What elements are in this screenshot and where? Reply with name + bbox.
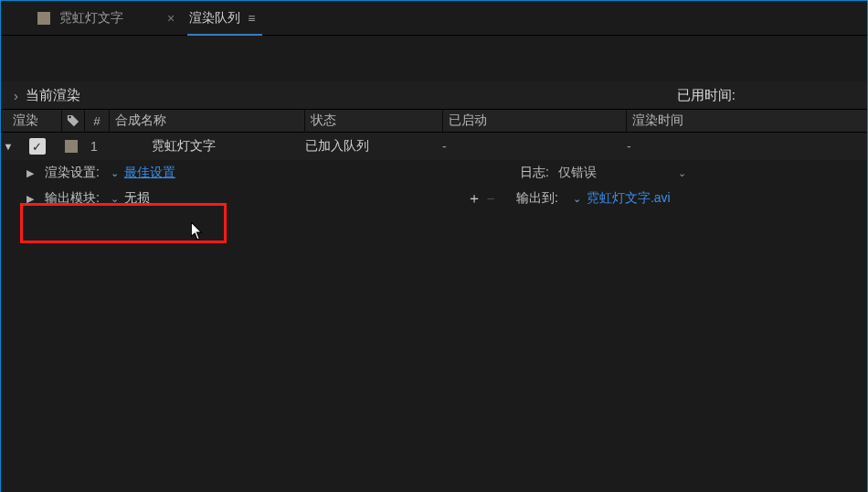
- close-icon[interactable]: ×: [167, 11, 175, 26]
- current-render-bar: › 当前渲染 已用时间:: [1, 81, 867, 109]
- render-settings-label: 渲染设置:: [45, 165, 100, 181]
- render-settings-value[interactable]: 最佳设置: [124, 165, 175, 181]
- twisty-icon[interactable]: ▶: [1, 167, 26, 179]
- composition-icon: [37, 12, 50, 25]
- item-status: 已加入队列: [305, 138, 442, 155]
- header-number[interactable]: #: [85, 114, 109, 128]
- column-headers: 渲染 # 合成名称 状态 已启动 渲染时间: [1, 109, 867, 133]
- chevron-down-icon: ⌄: [678, 167, 695, 179]
- item-index: 1: [82, 139, 106, 154]
- item-started: -: [442, 139, 627, 154]
- item-comp-name: 霓虹灯文字: [106, 138, 305, 155]
- header-render-time[interactable]: 渲染时间: [627, 112, 846, 129]
- header-comp-name[interactable]: 合成名称: [110, 112, 304, 129]
- output-module-row: ▶ 输出模块: ⌄ 无损 ＋ － 输出到: ⌄ 霓虹灯文字.avi: [1, 186, 867, 211]
- panel-menu-icon[interactable]: ≡: [248, 11, 255, 26]
- render-checkbox[interactable]: ✓: [29, 138, 46, 155]
- output-module-label: 输出模块:: [45, 190, 100, 207]
- cursor-icon: [191, 222, 204, 241]
- disclosure-triangle-icon[interactable]: ▼: [1, 141, 14, 152]
- chevron-right-icon[interactable]: ›: [14, 88, 18, 103]
- header-started[interactable]: 已启动: [443, 112, 626, 129]
- remove-output-icon: －: [483, 189, 516, 209]
- output-to-value[interactable]: 霓虹灯文字.avi: [587, 190, 671, 207]
- log-value: 仅错误: [558, 165, 597, 181]
- tab-render-queue[interactable]: 渲染队列 ≡: [182, 1, 271, 36]
- tab-project[interactable]: 霓虹灯文字: [30, 1, 140, 36]
- header-render[interactable]: 渲染: [2, 112, 61, 129]
- item-render-time: -: [627, 139, 810, 154]
- log-dropdown[interactable]: 仅错误 ⌄: [549, 165, 695, 181]
- add-output-icon[interactable]: ＋: [467, 189, 483, 209]
- tab-project-label: 霓虹灯文字: [59, 10, 123, 27]
- render-settings-dropdown-icon[interactable]: ⌄: [105, 167, 124, 179]
- tab-render-queue-label: 渲染队列: [189, 10, 240, 27]
- header-status[interactable]: 状态: [305, 112, 442, 129]
- current-render-label: 当前渲染: [26, 87, 80, 104]
- output-module-dropdown-icon[interactable]: ⌄: [105, 193, 124, 205]
- header-tag-icon[interactable]: [62, 114, 84, 127]
- output-module-value[interactable]: 无损: [124, 190, 150, 207]
- tab-bar: 霓虹灯文字 × 渲染队列 ≡: [1, 1, 867, 36]
- log-label: 日志:: [520, 165, 549, 181]
- render-settings-row: ▶ 渲染设置: ⌄ 最佳设置 日志: 仅错误 ⌄: [1, 160, 867, 186]
- output-to-dropdown-icon[interactable]: ⌄: [567, 193, 587, 205]
- elapsed-time-label: 已用时间:: [677, 87, 736, 104]
- label-color-chip[interactable]: [65, 140, 78, 153]
- twisty-icon[interactable]: ▶: [1, 193, 26, 205]
- output-to-label: 输出到:: [516, 190, 558, 207]
- queue-item-row[interactable]: ▼ ✓ 1 霓虹灯文字 已加入队列 - -: [1, 133, 867, 160]
